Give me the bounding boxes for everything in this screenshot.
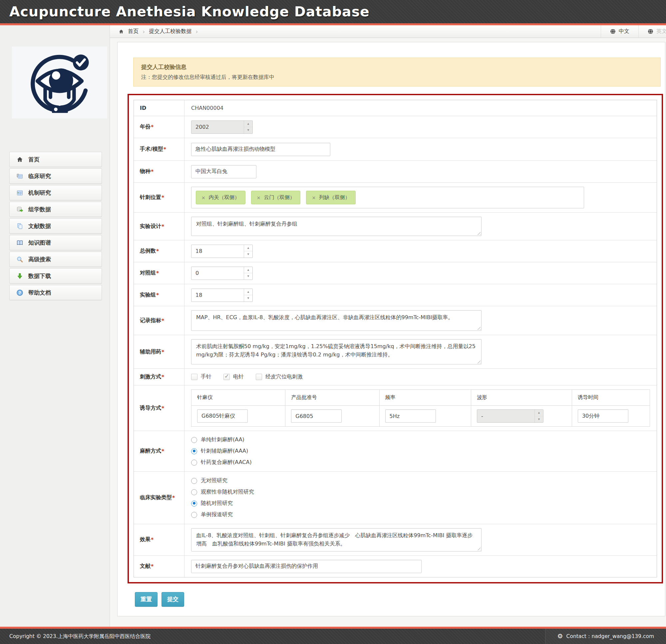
spinner-up-icon[interactable]: ▲ <box>244 121 252 127</box>
clinical-table-icon <box>16 173 23 180</box>
lang-zh-button[interactable]: 中文 <box>601 25 638 38</box>
reset-button[interactable]: 重置 <box>135 592 158 607</box>
acupoint-tag: × 列缺（双侧） <box>306 191 356 204</box>
sidebar-item-label: 机制研究 <box>28 189 51 197</box>
experimental-spinner[interactable]: 18 ▲ ▼ <box>191 289 253 302</box>
total-spinner[interactable]: 18 ▲ ▼ <box>191 245 253 258</box>
spinner-up-icon[interactable]: ▲ <box>535 410 543 416</box>
frequency-input[interactable] <box>385 409 436 423</box>
contact-text: Contact：nadger_wang@139.com <box>566 633 654 640</box>
spinner-down-icon[interactable]: ▼ <box>244 251 252 257</box>
auxiliary-drugs-textarea[interactable]: 术前肌肉注射氯胺酮50 mg/kg，安定1mg/kg，1.25%硫贲妥钠溶液诱导… <box>191 339 481 364</box>
sidebar-item-mechanism[interactable]: 机制研究 <box>9 185 102 200</box>
design-textarea[interactable]: 对照组、针刺麻醉组、针刺麻醉复合丹参组 <box>191 217 481 236</box>
spinner-up-icon[interactable]: ▲ <box>244 245 252 252</box>
row-effect: 效果* 血IL-8、乳酸浓度对照组、针刺组、针刺麻醉复合丹参组逐步减少 心肌缺血… <box>134 524 657 556</box>
checkbox-label: 经皮穴位电刺激 <box>265 373 303 380</box>
indicators-textarea[interactable]: MAP、HR、ECG，血浆IL-8、乳酸浓度，心肌缺血再灌注区、非缺血再灌注区线… <box>191 310 481 331</box>
sidebar-item-omics[interactable]: 组学数据 <box>9 202 102 217</box>
resize-handle[interactable] <box>477 231 480 235</box>
radio-case-report[interactable]: 单例报道研究 <box>191 511 254 518</box>
species-input[interactable] <box>191 165 257 178</box>
lang-en-button[interactable]: 英文 <box>638 25 666 38</box>
open-book-icon <box>16 239 23 246</box>
mechanism-table-icon <box>16 190 23 196</box>
required-mark: * <box>151 563 154 570</box>
breadcrumb-home[interactable]: 首页 <box>128 28 139 35</box>
field-label: 实验设计 <box>140 223 161 230</box>
field-label: 记录指标 <box>140 317 161 324</box>
sidebar-item-clinical[interactable]: 临床研究 <box>9 168 102 184</box>
row-stimulation: 刺激方式* 手针 ✓ 电针 <box>134 369 657 386</box>
remove-tag-icon[interactable]: × <box>312 195 316 200</box>
radio-aaa-selected[interactable]: 针刺辅助麻醉(AAA) <box>191 448 252 454</box>
remove-tag-icon[interactable]: × <box>257 195 261 200</box>
checkbox-label: 手针 <box>201 373 211 380</box>
required-mark: * <box>161 223 164 230</box>
row-literature: 文献* <box>134 556 657 577</box>
radio-randomized-selected[interactable]: 随机对照研究 <box>191 500 254 507</box>
spinner-up-icon[interactable]: ▲ <box>244 267 252 273</box>
approval-number-input[interactable] <box>291 409 341 423</box>
radio-label: 随机对照研究 <box>201 500 233 507</box>
breadcrumb-current[interactable]: 提交人工校验数据 <box>149 28 192 35</box>
required-mark: * <box>156 292 159 298</box>
radio-label: 针药复合麻醉(AACA) <box>201 459 252 466</box>
year-spinner[interactable]: 2002 ▲ ▼ <box>191 121 253 134</box>
breadcrumb-bar: 首页 › 提交人工校验数据 › 中文 英文 <box>110 25 666 38</box>
sidebar-item-label: 帮助文档 <box>28 289 51 297</box>
radio-circle-selected <box>191 501 197 506</box>
sidebar-item-home[interactable]: 首页 <box>9 152 102 167</box>
radio-aa[interactable]: 单纯针刺麻醉(AA) <box>191 436 252 443</box>
waveform-select[interactable]: - ▲ ▼ <box>477 409 543 423</box>
sidebar-item-advanced-search[interactable]: 高级搜索 <box>9 252 102 267</box>
radio-circle <box>191 489 197 495</box>
surgery-input[interactable] <box>191 143 330 156</box>
download-arrow-icon <box>16 272 23 280</box>
spinner-down-icon[interactable]: ▼ <box>535 416 543 423</box>
sidebar-item-literature[interactable]: 文献数据 <box>9 218 102 234</box>
experimental-value: 18 <box>192 289 244 302</box>
checkbox-box <box>256 374 262 380</box>
main-area: 首页 › 提交人工校验数据 › 中文 英文 <box>110 25 666 627</box>
device-input[interactable] <box>197 409 248 423</box>
radio-observational[interactable]: 观察性非随机对照研究 <box>191 488 254 496</box>
resize-handle[interactable] <box>477 326 480 330</box>
resize-handle[interactable] <box>477 360 480 363</box>
checkbox-hand-needle[interactable]: 手针 <box>191 373 211 380</box>
row-experimental: 实验组* 18 ▲ ▼ <box>134 284 657 306</box>
literature-input[interactable] <box>191 560 422 573</box>
globe-icon <box>610 29 616 34</box>
checkbox-electro-needle[interactable]: ✓ 电针 <box>224 373 244 380</box>
control-spinner[interactable]: 0 ▲ ▼ <box>191 267 253 280</box>
radio-circle <box>191 460 197 466</box>
sidebar-item-help-docs[interactable]: ? 帮助文档 <box>9 285 102 300</box>
checkbox-transcutaneous[interactable]: 经皮穴位电刺激 <box>256 373 303 380</box>
induction-time-input[interactable] <box>578 409 628 423</box>
sidebar-item-data-download[interactable]: 数据下载 <box>9 268 102 284</box>
column-header: 频率 <box>385 394 396 400</box>
spinner-down-icon[interactable]: ▼ <box>244 295 252 302</box>
acupoint-tag: × 云门（双侧） <box>251 191 301 204</box>
spinner-up-icon[interactable]: ▲ <box>244 289 252 296</box>
spinner-arrows: ▲ ▼ <box>244 121 252 133</box>
submit-button[interactable]: 提交 <box>161 592 184 607</box>
radio-no-control[interactable]: 无对照研究 <box>191 477 254 484</box>
field-label: 物种 <box>140 168 151 175</box>
app-title: Acupuncture Anethesia Knowledge Database <box>9 4 370 20</box>
field-label: 对照组 <box>140 270 156 276</box>
spinner-down-icon[interactable]: ▼ <box>244 127 252 133</box>
magnifier-icon <box>16 256 23 263</box>
resize-handle[interactable] <box>477 547 480 551</box>
lang-en-label: 英文 <box>656 28 666 35</box>
spinner-down-icon[interactable]: ▼ <box>244 273 252 280</box>
radio-aaca[interactable]: 针药复合麻醉(AACA) <box>191 459 252 466</box>
copyright-text: Copyright © 2023.上海中医药大学附属岳阳中西医结合医院 <box>9 633 545 640</box>
remove-tag-icon[interactable]: × <box>201 195 206 200</box>
effect-textarea[interactable]: 血IL-8、乳酸浓度对照组、针刺组、针刺麻醉复合丹参组逐步减少 心肌缺血再灌注区… <box>191 528 481 552</box>
field-label: 针刺位置 <box>140 194 161 201</box>
acupoint-tag-input[interactable]: × 内关（双侧） × 云门（双侧） × 列缺（双 <box>191 187 584 208</box>
sidebar-item-label: 高级搜索 <box>28 256 51 263</box>
sidebar-item-knowledge-graph[interactable]: 知识图谱 <box>9 235 102 250</box>
field-label: 诱导方式 <box>140 405 161 412</box>
